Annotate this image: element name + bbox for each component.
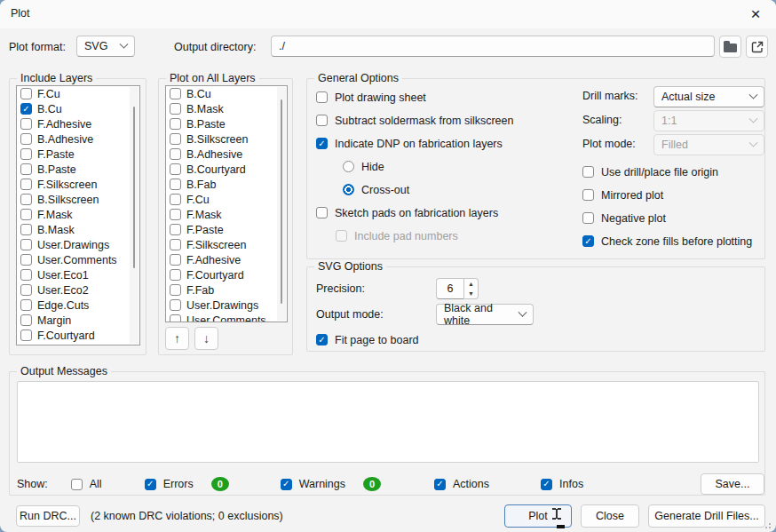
- checkbox-use-drill-place-file-origin[interactable]: Use drill/place file origin: [582, 164, 760, 179]
- move-up-button[interactable]: ↑: [165, 327, 189, 350]
- checkbox-user-drawings[interactable]: User.Drawings: [166, 298, 287, 313]
- checkbox-icon[interactable]: [170, 269, 181, 281]
- checkbox-icon[interactable]: ✓: [541, 479, 552, 490]
- checkbox-b-courtyard[interactable]: B.Courtyard: [166, 162, 287, 177]
- checkbox-icon[interactable]: [20, 163, 32, 175]
- checkbox-user-drawings[interactable]: User.Drawings: [17, 237, 139, 252]
- checkbox-icon[interactable]: [170, 88, 181, 99]
- checkbox-icon[interactable]: [20, 194, 32, 205]
- checkbox-b-mask[interactable]: B.Mask: [166, 101, 287, 116]
- checkbox-f-fab[interactable]: F.Fab: [166, 282, 287, 298]
- checkbox-icon[interactable]: [170, 299, 181, 311]
- checkbox-f-courtyard[interactable]: F.Courtyard: [17, 328, 139, 343]
- checkbox-subtract-soldermask-from-silkscreen[interactable]: Subtract soldermask from silkscreen: [316, 113, 513, 128]
- checkbox-f-adhesive[interactable]: F.Adhesive: [166, 252, 287, 267]
- checkbox-plot-drawing-sheet[interactable]: Plot drawing sheet: [316, 90, 513, 105]
- checkbox-actions[interactable]: ✓Actions: [434, 477, 489, 492]
- generate-drill-files-button[interactable]: Generate Drill Files...: [648, 504, 765, 528]
- checkbox-b-fab[interactable]: B.Fab: [166, 177, 287, 192]
- radio-cross-out[interactable]: Cross-out: [343, 182, 513, 197]
- resize-grip[interactable]: [764, 520, 773, 529]
- checkbox-f-mask[interactable]: F.Mask: [17, 207, 139, 222]
- checkbox-icon[interactable]: [71, 479, 83, 490]
- spin-up-icon[interactable]: ▲: [464, 279, 478, 289]
- checkbox-icon[interactable]: [316, 207, 328, 218]
- open-external-button[interactable]: [746, 36, 768, 58]
- checkbox-user-eco1[interactable]: User.Eco1: [17, 267, 139, 282]
- checkbox-icon[interactable]: ✓: [316, 138, 328, 149]
- move-down-button[interactable]: ↓: [194, 327, 218, 350]
- checkbox-icon[interactable]: ✓: [316, 334, 328, 345]
- checkbox-icon[interactable]: [170, 209, 181, 220]
- checkbox-f-paste[interactable]: F.Paste: [166, 222, 287, 237]
- checkbox-icon[interactable]: [20, 330, 32, 341]
- checkbox-b-silkscreen[interactable]: B.Silkscreen: [17, 192, 139, 207]
- checkbox-f-silkscreen[interactable]: F.Silkscreen: [166, 237, 287, 252]
- checkbox-icon[interactable]: [316, 115, 328, 126]
- checkbox-b-paste[interactable]: B.Paste: [17, 162, 139, 177]
- checkbox-icon[interactable]: [170, 284, 181, 296]
- checkbox-icon[interactable]: [582, 166, 594, 178]
- checkbox-user-comments[interactable]: User.Comments: [166, 313, 287, 322]
- checkbox-margin[interactable]: Margin: [17, 313, 139, 328]
- checkbox-f-mask[interactable]: F.Mask: [166, 207, 287, 222]
- checkbox-icon[interactable]: [170, 148, 181, 160]
- precision-input[interactable]: 6: [436, 278, 464, 299]
- checkbox-errors[interactable]: ✓Errors: [145, 477, 194, 492]
- plot-on-all-layers-list[interactable]: B.CuB.MaskB.PasteB.SilkscreenB.AdhesiveB…: [165, 85, 288, 322]
- checkbox-icon[interactable]: [582, 189, 594, 201]
- checkbox-icon[interactable]: ✓: [281, 479, 292, 490]
- checkbox-icon[interactable]: ✓: [20, 103, 32, 115]
- checkbox-infos[interactable]: ✓Infos: [541, 477, 583, 492]
- browse-folder-button[interactable]: [719, 36, 741, 58]
- checkbox-icon[interactable]: [20, 239, 32, 250]
- checkbox-f-paste[interactable]: F.Paste: [17, 147, 139, 162]
- checkbox-b-adhesive[interactable]: B.Adhesive: [166, 147, 287, 162]
- checkbox-icon[interactable]: [170, 133, 181, 145]
- checkbox-icon[interactable]: [20, 88, 32, 99]
- checkbox-icon[interactable]: [336, 230, 347, 242]
- radio-icon[interactable]: [343, 184, 354, 195]
- checkbox-warnings[interactable]: ✓Warnings: [281, 477, 345, 492]
- checkbox-mirrored-plot[interactable]: Mirrored plot: [582, 187, 760, 202]
- checkbox-f-silkscreen[interactable]: F.Silkscreen: [17, 177, 139, 192]
- checkbox-icon[interactable]: ✓: [434, 479, 446, 490]
- spin-down-icon[interactable]: ▼: [464, 289, 478, 298]
- checkbox-icon[interactable]: [316, 91, 328, 103]
- close-icon[interactable]: ×: [735, 0, 776, 28]
- scrollbar[interactable]: [130, 87, 139, 344]
- checkbox-icon[interactable]: [170, 118, 181, 130]
- radio-hide[interactable]: Hide: [343, 159, 513, 174]
- checkbox-all[interactable]: All: [71, 477, 102, 492]
- checkbox-f-cu[interactable]: F.Cu: [17, 86, 139, 101]
- checkbox-f-adhesive[interactable]: F.Adhesive: [17, 116, 139, 131]
- checkbox-user-eco2[interactable]: User.Eco2: [17, 282, 139, 298]
- checkbox-f-courtyard[interactable]: F.Courtyard: [166, 267, 287, 282]
- checkbox-b-cu[interactable]: B.Cu: [166, 86, 287, 101]
- checkbox-b-paste[interactable]: B.Paste: [166, 116, 287, 131]
- checkbox-icon[interactable]: [170, 163, 181, 175]
- checkbox-icon[interactable]: [170, 254, 181, 266]
- drill-marks--select[interactable]: Actual size: [653, 86, 764, 107]
- checkbox-icon[interactable]: [170, 224, 181, 235]
- checkbox-sketch-pads-on-fabrication-layers[interactable]: Sketch pads on fabrication layers: [316, 205, 513, 220]
- checkbox-icon[interactable]: [20, 299, 32, 311]
- checkbox-icon[interactable]: [20, 179, 32, 190]
- checkbox-fit-page-to-board[interactable]: ✓Fit page to board: [316, 332, 757, 347]
- checkbox-icon[interactable]: [20, 118, 32, 130]
- checkbox-icon[interactable]: [20, 284, 32, 296]
- checkbox-icon[interactable]: [20, 148, 32, 160]
- checkbox-icon[interactable]: [170, 103, 181, 115]
- checkbox-f-cu[interactable]: F.Cu: [166, 192, 287, 207]
- checkbox-icon[interactable]: [20, 269, 32, 281]
- precision-stepper[interactable]: ▲ ▼: [464, 278, 479, 299]
- checkbox-icon[interactable]: [170, 239, 181, 250]
- checkbox-icon[interactable]: [170, 314, 181, 322]
- output-directory-input[interactable]: [271, 36, 715, 57]
- output-mode-select[interactable]: Black and white: [436, 304, 534, 325]
- checkbox-icon[interactable]: [20, 254, 32, 266]
- checkbox-check-zone-fills-before-plotting[interactable]: ✓Check zone fills before plotting: [582, 234, 760, 249]
- checkbox-b-cu[interactable]: ✓B.Cu: [17, 101, 139, 116]
- checkbox-b-adhesive[interactable]: B.Adhesive: [17, 131, 139, 147]
- output-messages-box[interactable]: [17, 381, 759, 463]
